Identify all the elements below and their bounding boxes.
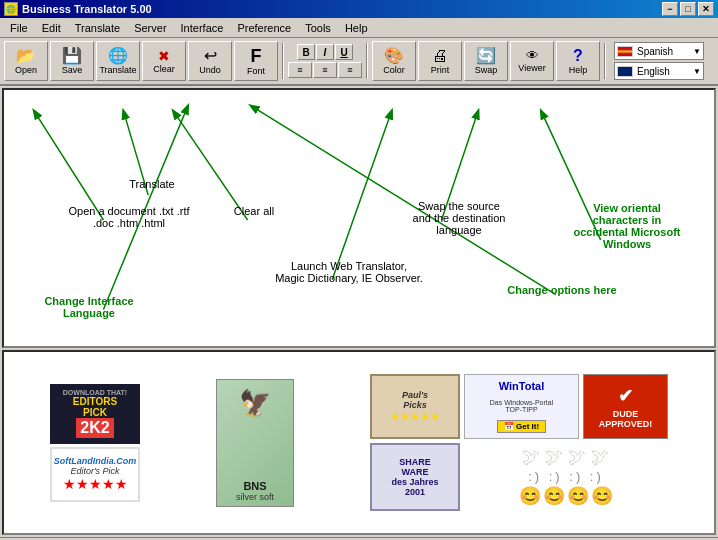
svg-line-2 <box>173 111 248 220</box>
italic-button[interactable]: I <box>316 44 334 60</box>
getit-button: 📅 Get It! <box>497 420 546 433</box>
toolbar-separator-3 <box>604 43 606 79</box>
target-language-select[interactable]: English ▼ <box>614 62 704 80</box>
face-1: 😊 <box>519 485 541 507</box>
pauls-stars: ★★★★★ <box>390 410 440 423</box>
translate-button[interactable]: 🌐 Translate <box>96 41 140 81</box>
menu-preference[interactable]: Preference <box>231 20 297 36</box>
close-button[interactable]: ✕ <box>698 2 714 16</box>
menu-file[interactable]: File <box>4 20 34 36</box>
swap-icon: 🔄 <box>476 48 496 64</box>
menu-translate[interactable]: Translate <box>69 20 126 36</box>
right-badges-grid: Paul's Picks ★★★★★ WinTotal Das Windows-… <box>370 374 668 511</box>
clear-label: Clear <box>153 64 175 74</box>
red-stars: ★★★★★ <box>63 476 128 492</box>
dude-icon: ✔ <box>618 385 633 407</box>
badges-area: DOWNLOAD THAT! EDITORS PICK 2K2 SoftLand… <box>2 350 716 535</box>
toolbar-separator-2 <box>366 43 368 79</box>
maximize-button[interactable]: □ <box>680 2 696 16</box>
source-lang-arrow-icon: ▼ <box>693 47 701 56</box>
print-icon: 🖨 <box>432 48 448 64</box>
undo-button[interactable]: ↩ Undo <box>188 41 232 81</box>
font-label: Font <box>247 66 265 76</box>
align-center-button[interactable]: ≡ <box>313 62 337 78</box>
print-label: Print <box>431 65 450 75</box>
viewer-icon: 👁 <box>526 49 539 62</box>
app-icon: 🌐 <box>4 2 18 16</box>
pauls-picks-badge: Paul's Picks ★★★★★ <box>370 374 460 439</box>
window-controls: − □ ✕ <box>662 2 714 16</box>
pauls-text: Paul's <box>402 390 428 400</box>
open-button[interactable]: 📂 Open <box>4 41 48 81</box>
wintotal-name: WinTotal <box>499 380 545 392</box>
bold-button[interactable]: B <box>297 44 315 60</box>
source-language-label: Spanish <box>637 46 673 57</box>
help-label: Help <box>569 65 588 75</box>
birds-smileys-area: 🕊 🕊 🕊 🕊 :) :) :) :) 😊 😊 😊 😊 <box>464 443 668 511</box>
annotation-translate: Translate <box>112 178 192 190</box>
smileys-row: :) :) :) :) <box>528 469 604 484</box>
viewer-button[interactable]: 👁 Viewer <box>510 41 554 81</box>
spanish-flag-icon <box>617 46 633 57</box>
shareware-badge: SHAREWAREdes Jahres2001 <box>370 443 460 511</box>
toolbar-separator-1 <box>282 43 284 79</box>
save-label: Save <box>62 65 83 75</box>
swap-button[interactable]: 🔄 Swap <box>464 41 508 81</box>
font-button[interactable]: F Font <box>234 41 278 81</box>
svg-line-0 <box>34 111 104 220</box>
dude-text: DUDEAPPROVED! <box>599 409 653 429</box>
annotation-change-options: Change options here <box>492 284 632 296</box>
open-label: Open <box>15 65 37 75</box>
help-button[interactable]: ? Help <box>556 41 600 81</box>
2k2-text: 2K2 <box>76 418 113 438</box>
menu-server[interactable]: Server <box>128 20 172 36</box>
annotation-launch-web: Launch Web Translator,Magic Dictionary, … <box>269 260 429 284</box>
swap-label: Swap <box>475 65 498 75</box>
color-label: Color <box>383 65 405 75</box>
editors-pick-badge: DOWNLOAD THAT! EDITORS PICK 2K2 <box>50 384 140 444</box>
svg-line-3 <box>332 111 392 280</box>
undo-icon: ↩ <box>204 48 217 64</box>
color-button[interactable]: 🎨 Color <box>372 41 416 81</box>
face-2: 😊 <box>543 485 565 507</box>
font-icon: F <box>251 47 262 65</box>
annotation-view-oriental: View orientalcharacters inoccidental Mic… <box>552 202 702 250</box>
language-area: Spanish ▼ English ▼ <box>614 42 704 80</box>
wintotal-badge: WinTotal Das Windows-PortalTOP-TIPP 📅 Ge… <box>464 374 579 439</box>
dude-approved-badge: ✔ DUDEAPPROVED! <box>583 374 668 439</box>
open-icon: 📂 <box>16 48 36 64</box>
menu-tools[interactable]: Tools <box>299 20 337 36</box>
target-language-label: English <box>637 66 670 77</box>
align-left-button[interactable]: ≡ <box>288 62 312 78</box>
menu-interface[interactable]: Interface <box>175 20 230 36</box>
shareware-text: SHAREWAREdes Jahres2001 <box>391 457 438 497</box>
source-language-select[interactable]: Spanish ▼ <box>614 42 704 60</box>
underline-button[interactable]: U <box>335 44 353 60</box>
annotation-open-doc: Open a document .txt .rtf .doc .htm .htm… <box>64 205 194 229</box>
editors-text: EDITORS <box>73 396 117 407</box>
bns-badge: 🦅 BNS silver soft <box>216 379 294 507</box>
align-right-button[interactable]: ≡ <box>338 62 362 78</box>
save-button[interactable]: 💾 Save <box>50 41 94 81</box>
emoji-faces-row: 😊 😊 😊 😊 <box>519 485 613 507</box>
title-bar: 🌐 Business Translator 5.00 − □ ✕ <box>0 0 718 18</box>
print-button[interactable]: 🖨 Print <box>418 41 462 81</box>
menu-help[interactable]: Help <box>339 20 374 36</box>
menu-edit[interactable]: Edit <box>36 20 67 36</box>
save-icon: 💾 <box>62 48 82 64</box>
editors-pick-text: Editor's Pick <box>70 466 119 476</box>
english-flag-icon <box>617 66 633 77</box>
translate-icon: 🌐 <box>108 48 128 64</box>
main-content-area: Open a document .txt .rtf .doc .htm .htm… <box>2 88 716 348</box>
target-lang-arrow-icon: ▼ <box>693 67 701 76</box>
softland-text: SoftLandIndia.Com <box>54 456 137 466</box>
clear-button[interactable]: ✖ Clear <box>142 41 186 81</box>
help-icon: ? <box>573 48 583 64</box>
minimize-button[interactable]: − <box>662 2 678 16</box>
annotation-clear-all: Clear all <box>219 205 289 217</box>
picks-text: Picks <box>403 400 427 410</box>
wintotal-subtitle: Das Windows-PortalTOP-TIPP <box>490 399 553 413</box>
birds-row: 🕊 🕊 🕊 🕊 <box>522 447 609 468</box>
bns-eagle-icon: 🦅 <box>239 388 271 419</box>
menu-bar: File Edit Translate Server Interface Pre… <box>0 18 718 38</box>
